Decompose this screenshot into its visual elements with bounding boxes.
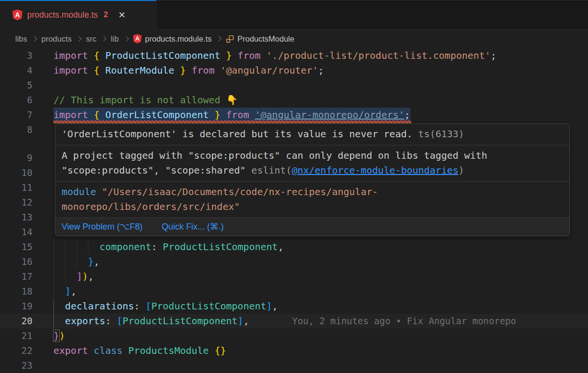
code-line[interactable]: 7import { OrderListComponent } from '@an… <box>0 108 588 122</box>
code-token: ] <box>65 285 71 297</box>
code-line[interactable]: 4import { RouterModule } from '@angular/… <box>0 63 588 78</box>
code-token: { <box>94 109 105 121</box>
code-content: }) <box>53 329 588 343</box>
line-number: 5 <box>0 78 53 93</box>
code-token: } <box>88 256 94 267</box>
code-content: exports: [ProductListComponent],You, 2 m… <box>53 314 588 329</box>
vscode-window: A products.module.ts 2 × libs products s… <box>0 0 588 373</box>
angular-icon-letter: A <box>15 11 20 19</box>
code-line[interactable]: 21}) <box>0 329 588 343</box>
code-token: ProductsModule <box>128 345 215 356</box>
diagnostic-source: ts(6133) <box>413 128 464 140</box>
indent-guide <box>88 240 88 254</box>
code-token <box>53 315 65 327</box>
code-content: import { RouterModule } from '@angular/r… <box>53 63 588 78</box>
code-content: export class ProductsModule {} <box>53 343 588 358</box>
code-token: { <box>94 50 105 61</box>
breadcrumb-item-lib[interactable]: lib <box>111 34 119 44</box>
code-token: : <box>151 241 163 252</box>
code-line[interactable]: 20 exports: [ProductListComponent],You, … <box>0 314 588 329</box>
line-number: 21 <box>0 329 53 343</box>
code-line[interactable]: 17 ]), <box>0 269 588 284</box>
indent-guide <box>53 284 54 299</box>
breadcrumb-item-products[interactable]: products <box>42 34 72 44</box>
line-number: 18 <box>0 284 53 299</box>
code-content: import { OrderListComponent } from '@ang… <box>53 108 588 122</box>
code-token: [ <box>117 315 122 327</box>
code-line[interactable]: 22export class ProductsModule {} <box>0 343 588 358</box>
code-token: import <box>53 109 94 121</box>
code-token: ; <box>405 109 410 121</box>
code-token: { <box>94 65 105 76</box>
eslint-message-line1: A project tagged with "scope:products" c… <box>62 150 487 161</box>
quick-fix-button[interactable]: Quick Fix... (⌘.) <box>161 220 224 234</box>
breadcrumb-item-src[interactable]: src <box>86 34 96 44</box>
code-token: 👇 <box>226 94 238 106</box>
code-line[interactable]: 6// This import is not allowed 👇 <box>0 93 588 108</box>
code-line[interactable]: 5 <box>0 78 588 93</box>
indent-guide <box>65 240 65 254</box>
code-token: : <box>134 300 146 312</box>
code-token: , <box>243 315 249 327</box>
indent-guide <box>65 269 65 284</box>
code-token: , <box>272 300 278 312</box>
chevron-right-icon <box>216 36 221 41</box>
code-content: ], <box>53 284 588 299</box>
code-token: RouterModule <box>105 65 174 76</box>
line-number: 20 <box>0 314 53 329</box>
code-line[interactable]: 19 declarations: [ProductListComponent], <box>0 299 588 314</box>
code-line[interactable]: 16 }, <box>0 254 588 269</box>
hover-diagnostic-ts: 'OrderListComponent' is declared but its… <box>55 124 569 145</box>
line-number: 13 <box>0 210 53 225</box>
indent-guide <box>53 299 54 314</box>
close-icon[interactable]: × <box>118 9 125 21</box>
diagnostic-message: 'OrderListComponent' is declared but its… <box>62 128 413 140</box>
line-number: 19 <box>0 299 53 314</box>
code-token: ProductListComponent <box>151 300 267 312</box>
indent-guide <box>53 254 54 269</box>
code-line[interactable]: 18 ], <box>0 284 588 299</box>
breadcrumb-item-file[interactable]: A products.module.ts <box>133 34 212 44</box>
code-token: from <box>220 109 255 121</box>
breadcrumb-symbol-label: ProductsModule <box>237 34 294 44</box>
module-path-line1: "/Users/isaac/Documents/code/nx-recipes/… <box>96 186 378 197</box>
code-token: export <box>53 345 94 356</box>
breadcrumb-item-libs[interactable]: libs <box>15 34 27 44</box>
code-token: } <box>174 65 186 76</box>
code-token: ) <box>82 271 88 282</box>
line-number: 4 <box>0 63 53 78</box>
module-keyword: module <box>62 186 96 197</box>
breadcrumb-file-label: products.module.ts <box>145 34 212 44</box>
indent-guide <box>53 240 54 254</box>
tab-products-module[interactable]: A products.module.ts 2 × <box>0 0 157 30</box>
tab-title: products.module.ts <box>27 10 98 20</box>
indent-guide <box>65 254 65 269</box>
code-token: {} <box>214 345 226 356</box>
line-number: 22 <box>0 343 53 358</box>
code-line[interactable]: 23 <box>0 358 588 373</box>
code-token: ] <box>76 271 82 282</box>
error-range-highlight: import { OrderListComponent } from '@ang… <box>53 108 410 122</box>
view-problem-button[interactable]: View Problem (⌥F8) <box>62 220 142 234</box>
code-token: ProductListComponent <box>163 241 278 252</box>
breadcrumb: libs products src lib A products.module.… <box>0 30 588 48</box>
breadcrumb-item-symbol[interactable]: ProductsModule <box>226 34 294 44</box>
code-line[interactable]: 3import { ProductListComponent } from '.… <box>0 48 588 63</box>
code-token: } <box>220 50 232 61</box>
code-token: './product-list/product-list.component' <box>267 50 491 61</box>
class-symbol-icon <box>226 35 234 43</box>
git-blame-annotation: You, 2 minutes ago • Fix Angular monorep… <box>249 316 516 326</box>
hover-module-info: module "/Users/isaac/Documents/code/nx-r… <box>55 182 569 218</box>
code-content: // This import is not allowed 👇 <box>53 93 588 108</box>
indent-guide <box>53 314 54 329</box>
line-number: 12 <box>0 195 53 210</box>
eslint-rule-link[interactable]: @nx/enforce-module-boundaries <box>292 165 459 176</box>
eslint-source-open: eslint( <box>251 165 291 176</box>
line-number: 3 <box>0 48 53 63</box>
eslint-message-line2: "scope:products", "scope:shared" <box>62 165 251 176</box>
code-content <box>53 78 588 93</box>
code-line[interactable]: 15 component: ProductListComponent, <box>0 240 588 254</box>
code-token: from <box>186 65 220 76</box>
chevron-right-icon <box>32 36 37 41</box>
code-token: from <box>232 50 266 61</box>
